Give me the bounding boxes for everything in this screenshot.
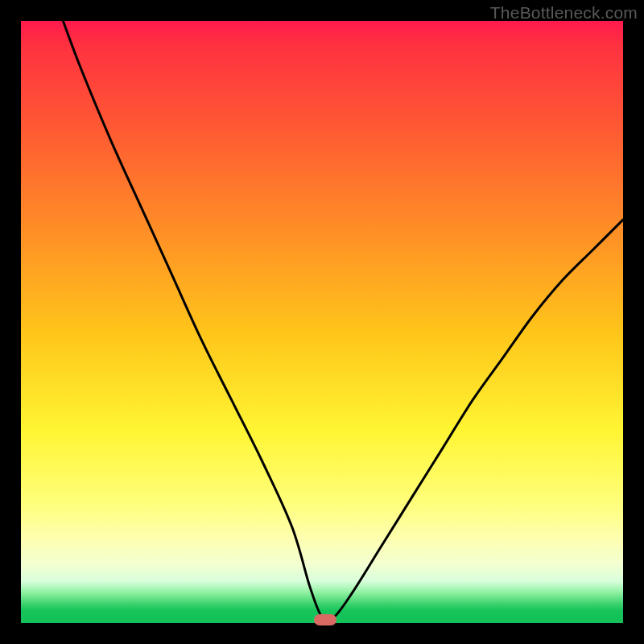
chart-frame: TheBottleneck.com: [0, 0, 644, 644]
curve-path: [63, 21, 623, 621]
bottleneck-marker: [314, 614, 336, 625]
watermark-text: TheBottleneck.com: [490, 3, 638, 23]
bottleneck-curve: [21, 21, 623, 623]
plot-area: [21, 21, 623, 623]
